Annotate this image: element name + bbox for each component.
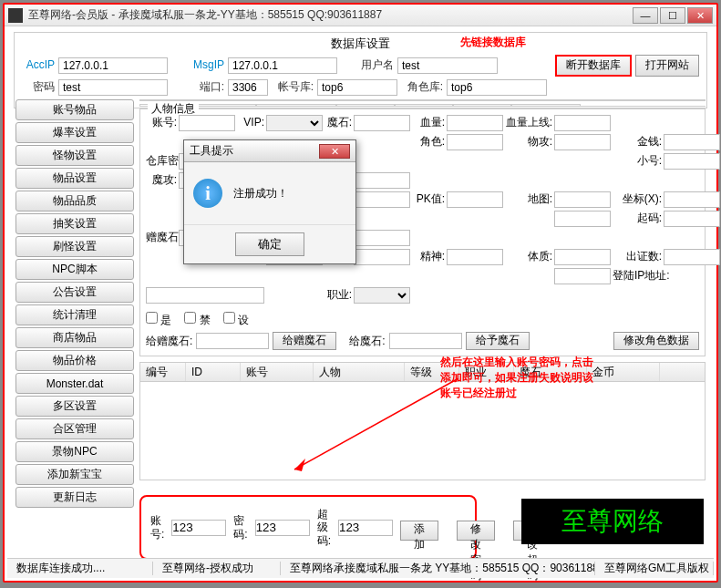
field-input-str[interactable] <box>354 249 410 265</box>
status-bar: 数据库连接成功.... 至尊网络-授权成功 至尊网络承接魔域私服一条龙 YY基地… <box>7 558 714 578</box>
sidebar-item-0[interactable]: 账号物品 <box>15 99 134 120</box>
accip-input[interactable] <box>58 57 168 74</box>
field-input-vip[interactable] <box>266 115 323 131</box>
field-input-ip[interactable] <box>146 287 264 304</box>
add-button[interactable]: 添加 <box>400 521 438 541</box>
tab1-2[interactable]: 怪物设置 <box>256 99 314 101</box>
field-input-[interactable] <box>554 268 611 284</box>
tab1-3[interactable]: 物品设置 <box>314 99 373 101</box>
user-input[interactable] <box>397 57 498 74</box>
modify-role-button[interactable]: 修改角色数据 <box>613 332 699 350</box>
reg-pwd-input[interactable] <box>255 520 310 536</box>
field-input-hp[interactable] <box>447 115 503 131</box>
field-input-cy[interactable] <box>354 230 410 246</box>
sidebar-item-13[interactable]: 多区设置 <box>15 396 134 417</box>
pwd-input[interactable] <box>58 79 168 96</box>
th-1[interactable]: ID <box>186 363 241 381</box>
tab2-1[interactable]: 装备管理 <box>198 104 256 106</box>
field-input-cert[interactable] <box>664 249 720 265</box>
field-label-pk: PK值: <box>412 192 445 205</box>
field-input-spi[interactable] <box>447 249 503 265</box>
th-0[interactable]: 编号 <box>140 363 186 381</box>
field-label-acc: 账号: <box>146 116 177 129</box>
give-ms-input[interactable] <box>389 333 462 349</box>
field-input-role[interactable] <box>447 134 503 150</box>
tab1-8[interactable]: 公告设置 <box>607 99 665 101</box>
th-7[interactable]: 金币 <box>587 363 660 381</box>
sidebar-item-2[interactable]: 怪物设置 <box>15 145 134 166</box>
tab2-6[interactable]: 账号充值卡 <box>511 104 581 106</box>
open-site-button[interactable]: 打开网站 <box>635 55 699 77</box>
give-gms-input[interactable] <box>196 333 269 349</box>
field-input-job[interactable] <box>354 287 410 304</box>
tab1-7[interactable]: NPC设置 <box>548 99 607 101</box>
field-input-con[interactable] <box>554 249 611 265</box>
check-1[interactable]: 是 <box>146 312 171 326</box>
data-table[interactable]: 编号ID账号人物等级职业魔石金币 <box>139 362 706 480</box>
sidebar-item-3[interactable]: 物品设置 <box>15 168 134 189</box>
field-input-evo[interactable] <box>354 191 410 208</box>
tab1-6[interactable]: 刷怪设置 <box>489 99 548 101</box>
give-ms-button[interactable]: 给予魔石 <box>466 332 530 350</box>
port-input[interactable] <box>228 79 268 96</box>
sidebar-item-15[interactable]: 景物NPC <box>15 441 134 462</box>
sidebar-item-4[interactable]: 物品品质 <box>15 191 134 211</box>
check-3[interactable]: 设 <box>223 312 249 326</box>
minimize-button[interactable]: — <box>633 7 658 24</box>
field-input-ms[interactable] <box>354 115 410 131</box>
disconnect-db-button[interactable]: 断开数据库 <box>555 55 632 77</box>
user-label: 用户名 <box>361 58 394 71</box>
tabs-level2: 人物管理装备管理角色物品转移幻兽属性幻兽刷星军团管理账号充值卡 <box>139 104 706 106</box>
sidebar-item-16[interactable]: 添加新宝宝 <box>15 464 134 485</box>
sidebar-item-8[interactable]: 公告设置 <box>15 282 134 303</box>
sidebar-item-5[interactable]: 抽奖设置 <box>15 213 134 234</box>
field-input-acc[interactable] <box>179 115 235 131</box>
field-input-gold[interactable] <box>664 134 720 150</box>
sidebar-item-7[interactable]: NPC脚本 <box>15 259 134 280</box>
field-label-job: 职业: <box>324 288 352 301</box>
field-input-sub[interactable] <box>664 153 720 170</box>
field-input-pk[interactable] <box>447 191 503 208</box>
msgip-input[interactable] <box>228 57 337 74</box>
check-2[interactable]: 禁 <box>184 312 210 326</box>
sidebar-item-11[interactable]: 物品价格 <box>15 350 134 371</box>
sidebar-item-14[interactable]: 合区管理 <box>15 418 134 439</box>
reg-sup-input[interactable] <box>338 520 393 536</box>
th-2[interactable]: 账号 <box>241 363 314 381</box>
dialog-ok-button[interactable]: 确定 <box>235 232 304 256</box>
field-input-[interactable] <box>554 211 611 227</box>
field-label-whpwd: 仓库密码: <box>146 154 177 167</box>
tab2-5[interactable]: 军团管理 <box>453 104 511 106</box>
field-input-map[interactable] <box>554 191 611 208</box>
accdb-input[interactable] <box>317 79 397 96</box>
field-input-lvfrom[interactable] <box>664 211 720 227</box>
sidebar-item-17[interactable]: 更新日志 <box>15 487 134 508</box>
pwd-label: 密码 <box>22 80 55 93</box>
sidebar-item-12[interactable]: Monster.dat <box>15 373 134 394</box>
field-input-patk[interactable] <box>554 134 611 150</box>
field-input-mpmax[interactable] <box>354 172 410 189</box>
close-button[interactable]: ✕ <box>687 7 713 24</box>
give-gms-button[interactable]: 给赠魔石 <box>273 332 336 350</box>
field-input-cx[interactable] <box>664 191 720 208</box>
change-pwd-button[interactable]: 修改密码 <box>457 521 495 541</box>
field-input-hpmax[interactable] <box>554 115 611 131</box>
tab1-5[interactable]: 抽奖设置 <box>431 99 489 101</box>
roledb-input[interactable] <box>447 79 547 96</box>
field-label-ip: 登陆IP地址: <box>613 269 662 282</box>
tab2-4[interactable]: 幻兽刷星 <box>395 104 453 106</box>
sidebar-item-10[interactable]: 商店物品 <box>15 327 134 348</box>
tab1-9[interactable]: 统计清理 <box>665 99 706 101</box>
maximize-button[interactable]: ☐ <box>660 7 685 24</box>
reg-acc-input[interactable] <box>171 520 226 536</box>
tab1-4[interactable]: 物品品质 <box>373 99 431 101</box>
tab2-2[interactable]: 角色物品转移 <box>256 104 336 106</box>
th-3[interactable]: 人物 <box>314 363 405 381</box>
reg-acc-label: 账号: <box>150 514 164 541</box>
tab1-1[interactable]: 爆率设置 <box>198 99 256 101</box>
sidebar-item-6[interactable]: 刷怪设置 <box>15 236 134 257</box>
dialog-close-button[interactable]: ✕ <box>319 144 350 159</box>
sidebar-item-9[interactable]: 统计清理 <box>15 304 134 325</box>
tab2-3[interactable]: 幻兽属性 <box>336 104 395 106</box>
sidebar-item-1[interactable]: 爆率设置 <box>15 122 134 143</box>
